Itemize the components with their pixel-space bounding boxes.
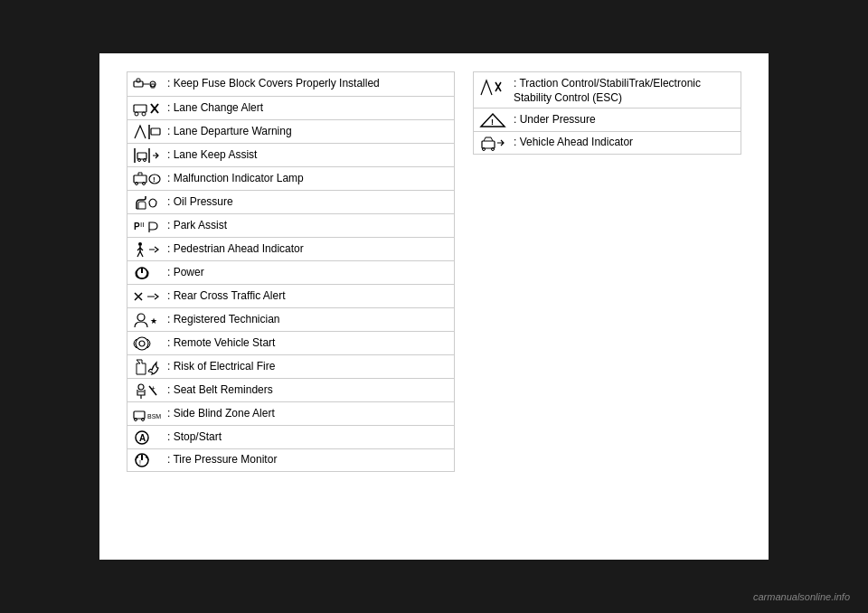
power-text: : Power: [167, 266, 204, 280]
svg-text:!: !: [491, 118, 494, 127]
svg-point-39: [142, 418, 145, 420]
svg-point-15: [138, 158, 141, 161]
malfunction-text: : Malfunction Indicator Lamp: [167, 172, 304, 186]
svg-text:!: !: [153, 175, 156, 184]
entry-seat-belt: + : Seat Belt Reminders: [127, 378, 455, 401]
svg-point-31: [137, 314, 145, 321]
svg-text:!: !: [139, 459, 141, 466]
electrical-fire-text: : Risk of Electrical Fire: [167, 360, 275, 374]
svg-text:II: II: [140, 221, 144, 229]
remote-start-text: : Remote Vehicle Start: [167, 336, 275, 351]
entry-traction-control: : Traction Control/StabiliTrak/Electroni…: [473, 71, 741, 108]
svg-point-19: [143, 182, 146, 184]
entry-lane-departure: : Lane Departure Warning: [127, 119, 455, 143]
entry-stop-start: A : Stop/Start: [127, 425, 455, 448]
lane-departure-text: : Lane Departure Warning: [167, 125, 292, 139]
lane-keep-icon: [133, 147, 167, 164]
park-assist-text: : Park Assist: [167, 219, 227, 233]
entry-power: : Power: [127, 260, 455, 284]
svg-point-38: [135, 418, 137, 420]
rear-cross-icon: [133, 288, 167, 305]
entry-vehicle-ahead: : Vehicle Ahead Indicator: [473, 131, 741, 155]
svg-point-16: [144, 158, 146, 161]
stop-start-text: : Stop/Start: [167, 430, 222, 445]
svg-point-24: [138, 242, 142, 246]
pedestrian-icon: [133, 241, 167, 258]
fuse-block-text: : Keep Fuse Block Covers Properly Instal…: [167, 77, 380, 91]
left-column: : Keep Fuse Block Covers Properly Instal…: [127, 71, 455, 542]
svg-point-48: [492, 148, 495, 151]
entry-under-pressure: ! : Under Pressure: [473, 108, 741, 131]
entry-lane-change-alert: : Lane Change Alert: [127, 96, 455, 119]
svg-line-29: [140, 251, 143, 257]
tire-pressure-text: : Tire Pressure Monitor: [167, 453, 277, 467]
svg-point-18: [136, 182, 138, 184]
rear-cross-text: : Rear Cross Traffic Alert: [167, 289, 285, 304]
svg-rect-46: [482, 141, 495, 148]
stop-start-icon: A: [133, 429, 167, 446]
svg-rect-5: [134, 105, 146, 112]
oil-pressure-text: : Oil Pressure: [167, 195, 233, 210]
oil-pressure-icon: [133, 194, 167, 211]
svg-rect-11: [151, 128, 160, 135]
lane-change-alert-icon: [133, 100, 167, 117]
under-pressure-text: : Under Pressure: [514, 113, 596, 127]
entry-registered-tech: ★ : Registered Technician: [127, 307, 455, 331]
registered-tech-text: : Registered Technician: [167, 313, 280, 327]
entry-tire-pressure: ! : Tire Pressure Monitor: [127, 448, 455, 472]
svg-point-35: [138, 384, 144, 390]
entry-remote-start: : Remote Vehicle Start: [127, 331, 455, 354]
svg-text:A: A: [139, 433, 146, 443]
seat-belt-text: : Seat Belt Reminders: [167, 383, 273, 398]
entry-blind-zone: BSM : Side Blind Zone Alert: [127, 401, 455, 425]
lane-change-alert-text: : Lane Change Alert: [167, 101, 263, 116]
malfunction-icon: !: [133, 171, 167, 187]
under-pressure-icon: !: [479, 112, 514, 128]
entry-electrical-fire: : Risk of Electrical Fire: [127, 354, 455, 378]
vehicle-ahead-text: : Vehicle Ahead Indicator: [514, 136, 633, 150]
pedestrian-text: : Pedestrian Ahead Indicator: [167, 242, 304, 257]
power-icon: [133, 265, 167, 281]
svg-text:+: +: [151, 384, 156, 392]
seat-belt-icon: +: [133, 382, 167, 399]
registered-tech-icon: ★: [133, 312, 167, 328]
watermark: carmanualsonline.info: [753, 591, 850, 602]
traction-control-icon: [479, 77, 514, 97]
blind-zone-text: : Side Blind Zone Alert: [167, 407, 275, 421]
svg-rect-17: [134, 175, 146, 183]
svg-point-33: [136, 337, 148, 350]
svg-text:★: ★: [150, 316, 157, 325]
svg-point-34: [139, 341, 145, 346]
tire-pressure-icon: !: [133, 452, 167, 468]
lane-departure-icon: [133, 124, 167, 140]
svg-text:BSM: BSM: [147, 413, 161, 420]
park-assist-icon: P II: [133, 218, 167, 234]
blind-zone-icon: BSM: [133, 406, 167, 422]
entry-rear-cross: : Rear Cross Traffic Alert: [127, 284, 455, 307]
right-column: : Traction Control/StabiliTrak/Electroni…: [473, 71, 741, 542]
remote-start-icon: [133, 335, 167, 352]
entry-malfunction: ! : Malfunction Indicator Lamp: [127, 166, 455, 190]
entry-park-assist: P II : Park Assist: [127, 213, 455, 237]
vehicle-ahead-icon: [479, 135, 514, 151]
electrical-fire-icon: [133, 359, 167, 375]
svg-rect-14: [137, 153, 146, 159]
svg-text:P: P: [134, 222, 140, 231]
entry-pedestrian: : Pedestrian Ahead Indicator: [127, 237, 455, 260]
traction-control-text: : Traction Control/StabiliTrak/Electroni…: [514, 77, 735, 105]
svg-line-28: [137, 251, 140, 257]
entry-oil-pressure: : Oil Pressure: [127, 190, 455, 213]
fuse-block-icon: [133, 75, 167, 93]
lane-keep-text: : Lane Keep Assist: [167, 148, 257, 163]
entry-fuse-block: : Keep Fuse Block Covers Properly Instal…: [127, 71, 455, 96]
entry-lane-keep: : Lane Keep Assist: [127, 143, 455, 166]
main-page: : Keep Fuse Block Covers Properly Instal…: [99, 53, 769, 560]
svg-rect-37: [134, 411, 145, 419]
svg-point-47: [483, 148, 486, 151]
